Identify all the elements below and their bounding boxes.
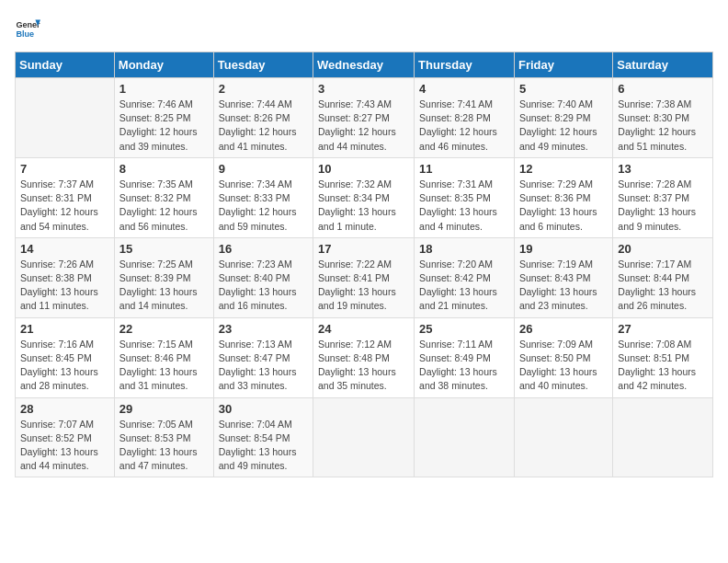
day-number: 29 [119, 402, 209, 416]
calendar-cell [313, 397, 415, 477]
day-number: 9 [219, 162, 308, 176]
day-info: Sunrise: 7:41 AMSunset: 8:28 PMDaylight:… [419, 98, 509, 154]
day-number: 13 [618, 162, 708, 176]
calendar-week-row: 28Sunrise: 7:07 AMSunset: 8:52 PMDayligh… [16, 397, 713, 477]
day-info: Sunrise: 7:11 AMSunset: 8:49 PMDaylight:… [419, 338, 509, 394]
day-info: Sunrise: 7:38 AMSunset: 8:30 PMDaylight:… [618, 98, 708, 154]
calendar-cell: 8Sunrise: 7:35 AMSunset: 8:32 PMDaylight… [114, 157, 213, 237]
day-number: 22 [119, 322, 209, 336]
day-number: 4 [419, 82, 509, 96]
logo: General Blue [15, 15, 40, 40]
logo-icon: General Blue [15, 15, 40, 40]
calendar-table: Sunday Monday Tuesday Wednesday Thursday… [15, 52, 713, 477]
day-number: 20 [618, 242, 708, 256]
day-number: 19 [519, 242, 608, 256]
day-info: Sunrise: 7:04 AMSunset: 8:54 PMDaylight:… [219, 418, 308, 474]
calendar-cell: 13Sunrise: 7:28 AMSunset: 8:37 PMDayligh… [613, 157, 713, 237]
day-number: 27 [618, 322, 708, 336]
col-wednesday: Wednesday [313, 52, 415, 78]
day-number: 21 [20, 322, 109, 336]
day-number: 26 [519, 322, 608, 336]
calendar-cell [415, 397, 515, 477]
calendar-cell: 15Sunrise: 7:25 AMSunset: 8:39 PMDayligh… [114, 237, 213, 317]
calendar-cell: 24Sunrise: 7:12 AMSunset: 8:48 PMDayligh… [313, 317, 415, 397]
day-info: Sunrise: 7:23 AMSunset: 8:40 PMDaylight:… [219, 258, 308, 314]
day-number: 8 [119, 162, 209, 176]
calendar-cell [16, 78, 115, 158]
calendar-cell: 28Sunrise: 7:07 AMSunset: 8:52 PMDayligh… [16, 397, 115, 477]
calendar-cell: 7Sunrise: 7:37 AMSunset: 8:31 PMDaylight… [16, 157, 115, 237]
calendar-cell: 4Sunrise: 7:41 AMSunset: 8:28 PMDaylight… [415, 78, 515, 158]
day-number: 18 [419, 242, 509, 256]
day-number: 23 [219, 322, 308, 336]
day-number: 1 [119, 82, 209, 96]
day-info: Sunrise: 7:28 AMSunset: 8:37 PMDaylight:… [618, 178, 708, 234]
day-info: Sunrise: 7:07 AMSunset: 8:52 PMDaylight:… [20, 418, 109, 474]
calendar-week-row: 1Sunrise: 7:46 AMSunset: 8:25 PMDaylight… [16, 78, 713, 158]
day-info: Sunrise: 7:05 AMSunset: 8:53 PMDaylight:… [119, 418, 209, 474]
day-number: 24 [318, 322, 409, 336]
day-info: Sunrise: 7:46 AMSunset: 8:25 PMDaylight:… [119, 98, 209, 154]
calendar-cell: 5Sunrise: 7:40 AMSunset: 8:29 PMDaylight… [514, 78, 612, 158]
col-thursday: Thursday [415, 52, 515, 78]
day-info: Sunrise: 7:19 AMSunset: 8:43 PMDaylight:… [519, 258, 608, 314]
col-monday: Monday [114, 52, 213, 78]
day-info: Sunrise: 7:26 AMSunset: 8:38 PMDaylight:… [20, 258, 109, 314]
day-number: 15 [119, 242, 209, 256]
calendar-cell: 27Sunrise: 7:08 AMSunset: 8:51 PMDayligh… [613, 317, 713, 397]
day-number: 14 [20, 242, 109, 256]
day-number: 28 [20, 402, 109, 416]
day-number: 25 [419, 322, 509, 336]
calendar-cell: 19Sunrise: 7:19 AMSunset: 8:43 PMDayligh… [514, 237, 612, 317]
calendar-cell: 18Sunrise: 7:20 AMSunset: 8:42 PMDayligh… [415, 237, 515, 317]
day-number: 30 [219, 402, 308, 416]
calendar-cell: 16Sunrise: 7:23 AMSunset: 8:40 PMDayligh… [213, 237, 313, 317]
calendar-week-row: 21Sunrise: 7:16 AMSunset: 8:45 PMDayligh… [16, 317, 713, 397]
col-tuesday: Tuesday [213, 52, 313, 78]
calendar-cell: 12Sunrise: 7:29 AMSunset: 8:36 PMDayligh… [514, 157, 612, 237]
day-number: 6 [618, 82, 708, 96]
page-header: General Blue [15, 15, 713, 40]
day-info: Sunrise: 7:22 AMSunset: 8:41 PMDaylight:… [318, 258, 409, 314]
day-number: 10 [318, 162, 409, 176]
calendar-body: 1Sunrise: 7:46 AMSunset: 8:25 PMDaylight… [16, 78, 713, 477]
day-number: 2 [219, 82, 308, 96]
calendar-cell: 23Sunrise: 7:13 AMSunset: 8:47 PMDayligh… [213, 317, 313, 397]
day-number: 11 [419, 162, 509, 176]
day-info: Sunrise: 7:44 AMSunset: 8:26 PMDaylight:… [219, 98, 308, 154]
calendar-cell [514, 397, 612, 477]
calendar-cell: 22Sunrise: 7:15 AMSunset: 8:46 PMDayligh… [114, 317, 213, 397]
day-info: Sunrise: 7:15 AMSunset: 8:46 PMDaylight:… [119, 338, 209, 394]
day-number: 17 [318, 242, 409, 256]
calendar-cell: 21Sunrise: 7:16 AMSunset: 8:45 PMDayligh… [16, 317, 115, 397]
day-number: 7 [20, 162, 109, 176]
day-info: Sunrise: 7:09 AMSunset: 8:50 PMDaylight:… [519, 338, 608, 394]
day-info: Sunrise: 7:29 AMSunset: 8:36 PMDaylight:… [519, 178, 608, 234]
calendar-cell: 25Sunrise: 7:11 AMSunset: 8:49 PMDayligh… [415, 317, 515, 397]
calendar-header-row: Sunday Monday Tuesday Wednesday Thursday… [16, 52, 713, 78]
day-number: 12 [519, 162, 608, 176]
calendar-cell: 3Sunrise: 7:43 AMSunset: 8:27 PMDaylight… [313, 78, 415, 158]
calendar-cell: 30Sunrise: 7:04 AMSunset: 8:54 PMDayligh… [213, 397, 313, 477]
day-number: 3 [318, 82, 409, 96]
day-info: Sunrise: 7:13 AMSunset: 8:47 PMDaylight:… [219, 338, 308, 394]
day-info: Sunrise: 7:32 AMSunset: 8:34 PMDaylight:… [318, 178, 409, 234]
day-info: Sunrise: 7:37 AMSunset: 8:31 PMDaylight:… [20, 178, 109, 234]
calendar-cell: 11Sunrise: 7:31 AMSunset: 8:35 PMDayligh… [415, 157, 515, 237]
day-info: Sunrise: 7:40 AMSunset: 8:29 PMDaylight:… [519, 98, 608, 154]
day-info: Sunrise: 7:31 AMSunset: 8:35 PMDaylight:… [419, 178, 509, 234]
calendar-cell: 29Sunrise: 7:05 AMSunset: 8:53 PMDayligh… [114, 397, 213, 477]
col-sunday: Sunday [16, 52, 115, 78]
col-friday: Friday [514, 52, 612, 78]
day-info: Sunrise: 7:35 AMSunset: 8:32 PMDaylight:… [119, 178, 209, 234]
calendar-cell: 26Sunrise: 7:09 AMSunset: 8:50 PMDayligh… [514, 317, 612, 397]
calendar-cell [613, 397, 713, 477]
calendar-cell: 17Sunrise: 7:22 AMSunset: 8:41 PMDayligh… [313, 237, 415, 317]
calendar-cell: 6Sunrise: 7:38 AMSunset: 8:30 PMDaylight… [613, 78, 713, 158]
svg-text:Blue: Blue [16, 29, 34, 39]
calendar-cell: 1Sunrise: 7:46 AMSunset: 8:25 PMDaylight… [114, 78, 213, 158]
col-saturday: Saturday [613, 52, 713, 78]
day-info: Sunrise: 7:20 AMSunset: 8:42 PMDaylight:… [419, 258, 509, 314]
day-info: Sunrise: 7:08 AMSunset: 8:51 PMDaylight:… [618, 338, 708, 394]
calendar-cell: 10Sunrise: 7:32 AMSunset: 8:34 PMDayligh… [313, 157, 415, 237]
